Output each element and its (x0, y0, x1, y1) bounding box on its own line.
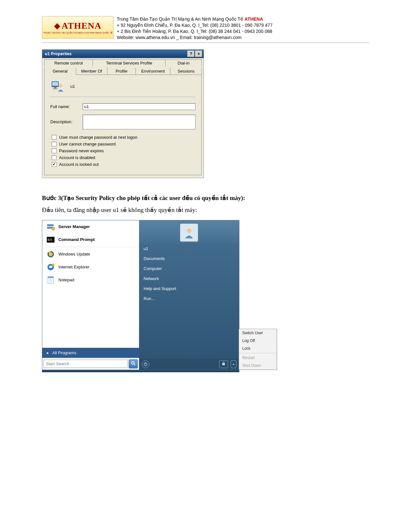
tab-sessions[interactable]: Sessions (170, 68, 202, 75)
checkbox-icon[interactable]: ✔ (52, 162, 56, 167)
check-locked-out[interactable]: ✔ Account is locked out (50, 161, 195, 168)
logo-subtitle: TRUNG TÂM ĐÀO TẠO QUẢN TRỊ MẠNG & AN NIN… (43, 32, 112, 34)
banner-line1-prefix: Trung Tâm Đào Tạo Quản Trị Mạng & An Nin… (117, 16, 245, 22)
power-buttons-bar: ▸ (139, 359, 239, 370)
checkbox-icon[interactable] (52, 135, 56, 140)
banner-line3: + 2 Bis Đinh Tiên Hoàng, P. Đa Kao, Q. I… (117, 28, 273, 35)
start-item-windows-update[interactable]: Windows Update (42, 248, 139, 261)
svg-rect-3 (53, 88, 58, 89)
right-link-documents[interactable]: Documents (139, 254, 239, 264)
user-icon (50, 79, 65, 94)
step-3-text: Đầu tiên, ta đăng nhập user u1 sẽ không … (42, 206, 369, 214)
update-icon (46, 250, 55, 259)
full-name-input[interactable] (83, 103, 195, 110)
start-menu: Server Manager C:\ Command Prompt Window… (42, 220, 239, 370)
flyout-switch-user[interactable]: Switch User (239, 329, 276, 337)
lock-icon (222, 362, 226, 366)
help-button[interactable]: ? (187, 51, 195, 57)
tabs-row-1: Remote control Terminal Services Profile… (44, 59, 202, 66)
svg-text:C:\: C:\ (48, 238, 52, 241)
svg-point-20 (187, 228, 191, 233)
close-button[interactable]: × (195, 51, 202, 57)
start-item-notepad[interactable]: Notepad (42, 274, 139, 286)
start-item-server-manager[interactable]: Server Manager (42, 220, 139, 233)
flyout-log-off[interactable]: Log Off (239, 337, 276, 345)
start-item-label: Server Manager (58, 224, 90, 229)
svg-line-19 (134, 364, 135, 365)
checkbox-icon[interactable] (52, 148, 56, 153)
svg-point-7 (52, 227, 55, 230)
tab-terminal-services[interactable]: Terminal Services Profile (93, 59, 165, 66)
step-3-title: Bước 3(Tạo Security Policy cho phép tất … (42, 194, 369, 202)
svg-point-4 (59, 84, 62, 87)
svg-rect-5 (47, 224, 54, 226)
check-never-expires[interactable]: Password never expires (50, 147, 195, 154)
diamond-icon: ◆ (54, 21, 60, 30)
tab-member-of[interactable]: Member Of (76, 68, 108, 75)
taskbar (42, 370, 239, 372)
dialog-title: u1 Properties (45, 51, 72, 56)
check-label: Password never expires (59, 148, 104, 153)
server-icon (46, 222, 55, 231)
search-icon (131, 361, 135, 366)
check-change-password[interactable]: User must change password at next logon (50, 134, 195, 141)
checkbox-icon[interactable] (52, 155, 56, 160)
start-item-ie[interactable]: Internet Explorer (42, 261, 139, 274)
tab-general[interactable]: General (44, 68, 76, 75)
logo-text: ATHENA (62, 21, 102, 31)
power-icon[interactable] (142, 360, 149, 368)
username-display: u1 (70, 84, 75, 89)
right-link-network[interactable]: Network (139, 274, 239, 284)
description-input[interactable] (83, 115, 195, 129)
full-name-label: Full name: (50, 104, 83, 109)
right-link-run[interactable]: Run... (139, 294, 239, 304)
right-link-help[interactable]: Help and Support (139, 284, 239, 294)
check-cannot-change[interactable]: User cannot change password (50, 141, 195, 147)
svg-rect-23 (222, 363, 225, 365)
search-input[interactable] (44, 360, 127, 368)
check-disabled[interactable]: Account is disabled (50, 154, 195, 161)
check-label: User must change password at next logon (59, 135, 137, 140)
general-tab-panel: u1 Full name: Description: User must cha… (44, 75, 202, 175)
dialog-titlebar[interactable]: u1 Properties ? × (42, 50, 204, 58)
ie-icon (46, 263, 55, 272)
user-avatar[interactable] (180, 224, 198, 242)
start-item-label: Notepad (58, 277, 74, 282)
power-options-arrow[interactable]: ▸ (231, 360, 236, 368)
flyout-lock[interactable]: Lock (239, 345, 276, 352)
tab-profile[interactable]: Profile (107, 68, 136, 75)
right-link-user[interactable]: u1 (139, 244, 239, 254)
right-link-computer[interactable]: Computer (139, 264, 239, 274)
power-options-menu: Switch User Log Off Lock Restart Shut Do… (239, 329, 277, 370)
flyout-separator (239, 353, 276, 353)
checkbox-icon[interactable] (52, 142, 56, 146)
search-button[interactable] (129, 359, 138, 368)
tabs-row-2: General Member Of Profile Environment Se… (44, 68, 202, 75)
divider (50, 97, 195, 97)
banner-line2: + 92 Nguyễn Đình Chiểu, P. Đa Kao, Q. I_… (117, 22, 273, 28)
check-label: User cannot change password (59, 142, 116, 146)
tab-remote-control[interactable]: Remote control (44, 59, 93, 66)
start-item-label: Internet Explorer (58, 265, 89, 269)
notepad-icon (46, 276, 55, 285)
flyout-restart: Restart (239, 354, 276, 362)
chevron-right-icon: ▸ (47, 350, 49, 355)
banner-contact: Trung Tâm Đào Tạo Quản Trị Mạng & An Nin… (117, 16, 273, 41)
u1-properties-dialog: u1 Properties ? × Remote control Termina… (42, 49, 204, 178)
check-label: Account is disabled (59, 155, 95, 160)
all-programs-label: All Programs (52, 350, 76, 355)
banner-line4: Website: www.athena.edu.vn _ Email: trai… (117, 35, 273, 41)
banner-line1-brand: ATHENA (245, 16, 263, 22)
document-header: ◆ ATHENA TRUNG TÂM ĐÀO TẠO QUẢN TRỊ MẠNG… (42, 16, 369, 43)
svg-point-18 (132, 362, 134, 364)
start-divider (45, 247, 136, 247)
cmd-icon: C:\ (46, 235, 55, 244)
lock-button[interactable] (219, 360, 228, 368)
start-item-cmd[interactable]: C:\ Command Prompt (42, 233, 139, 246)
athena-logo: ◆ ATHENA TRUNG TÂM ĐÀO TẠO QUẢN TRỊ MẠNG… (42, 16, 114, 39)
tab-dialin[interactable]: Dial-in (165, 59, 202, 66)
flyout-shutdown: Shut Down (239, 362, 276, 369)
tab-environment[interactable]: Environment (135, 68, 170, 75)
start-menu-right-panel: u1 Documents Computer Network Help and S… (139, 220, 239, 370)
all-programs-button[interactable]: ▸ All Programs (42, 348, 139, 358)
